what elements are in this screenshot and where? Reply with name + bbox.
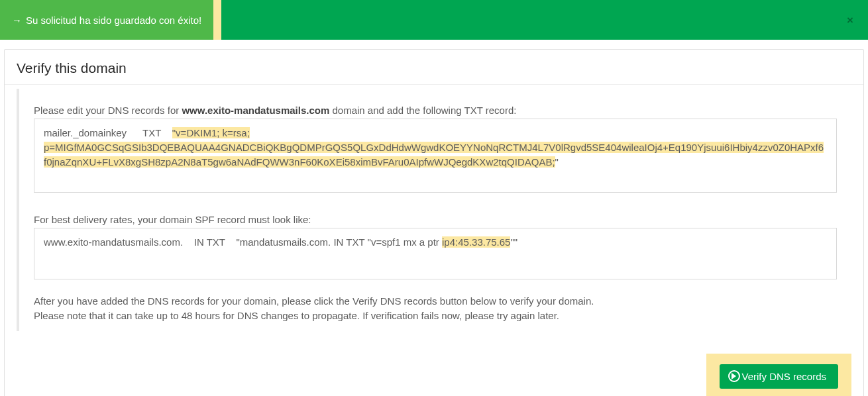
verify-dns-button[interactable]: Verify DNS records bbox=[720, 364, 838, 389]
after-instructions: After you have added the DNS records for… bbox=[34, 294, 837, 323]
dns-intro-post: domain and add the following TXT record: bbox=[329, 105, 516, 116]
arrow-right-icon: → bbox=[12, 15, 22, 26]
dkim-value-prefix: "v=DKIM1; k=rsa; bbox=[172, 127, 250, 138]
verify-domain-panel: Verify this domain Please edit your DNS … bbox=[4, 49, 864, 396]
alert-message-container: → Su solicitud ha sido guardado con éxit… bbox=[0, 0, 213, 40]
after-line-2: Please note that it can take up to 48 ho… bbox=[34, 309, 837, 323]
spf-in-txt: IN TXT bbox=[194, 236, 225, 248]
panel-body: Please edit your DNS records for www.exi… bbox=[5, 89, 863, 344]
dkim-type: TXT bbox=[142, 127, 161, 138]
dns-intro-pre: Please edit your DNS records for bbox=[34, 105, 182, 116]
dkim-value-suffix: " bbox=[555, 156, 559, 168]
spf-host: www.exito-mandatusmails.com. bbox=[44, 236, 183, 248]
alert-highlight-wrap: → Su solicitud ha sido guardado con éxit… bbox=[0, 0, 221, 40]
alert-close-button[interactable]: × bbox=[844, 12, 856, 28]
spf-value-pre: "mandatusmails.com. IN TXT "v=spf1 mx a … bbox=[236, 236, 442, 248]
spf-value-post: "" bbox=[510, 236, 517, 248]
dkim-value-line2: f0jnaZqnXU+FLvX8xgSH8zpA2N8aT5gw6aNAdFQW… bbox=[44, 156, 555, 168]
alert-message: Su solicitud ha sido guardado con éxito! bbox=[26, 15, 201, 26]
dkim-record-box: mailer._domainkeyTXT "v=DKIM1; k=rsa;p=M… bbox=[34, 119, 837, 193]
domain-name: www.exito-mandatusmails.com bbox=[182, 105, 329, 116]
content-column: Please edit your DNS records for www.exi… bbox=[17, 89, 851, 331]
after-line-1: After you have added the DNS records for… bbox=[34, 294, 837, 309]
spf-ip: ip4:45.33.75.65 bbox=[442, 236, 510, 248]
dkim-value-line1: p=MIGfMA0GCSqGSIb3DQEBAQUAA4GNADCBiQKBgQ… bbox=[44, 142, 824, 153]
dns-instruction: Please edit your DNS records for www.exi… bbox=[34, 105, 837, 116]
spf-instruction: For best delivery rates, your domain SPF… bbox=[34, 214, 837, 225]
success-alert: → Su solicitud ha sido guardado con éxit… bbox=[0, 0, 868, 40]
verify-dns-label: Verify DNS records bbox=[741, 371, 826, 382]
panel-footer: Verify DNS records bbox=[5, 344, 863, 397]
spf-record-box: www.exito-mandatusmails.com. IN TXT "man… bbox=[34, 228, 837, 279]
verify-button-highlight: Verify DNS records bbox=[706, 354, 851, 397]
dkim-host: mailer._domainkey bbox=[44, 127, 127, 138]
panel-title: Verify this domain bbox=[5, 50, 863, 85]
play-circle-icon bbox=[732, 373, 736, 379]
